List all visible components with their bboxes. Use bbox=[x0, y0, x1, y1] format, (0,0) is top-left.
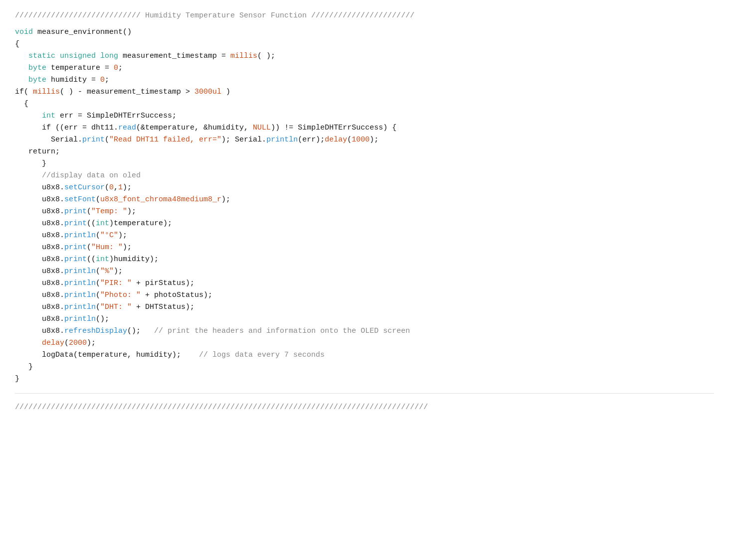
line-set-cursor: u8x8.setCursor(0,1); bbox=[15, 182, 714, 194]
line-println-photo: u8x8.println("Photo: " + photoStatus); bbox=[15, 289, 714, 301]
line-comment-display: //display data on oled bbox=[15, 170, 714, 182]
line-int-err: int err = SimpleDHTErrSuccess; bbox=[15, 110, 714, 122]
line-byte-temp: byte temperature = 0; bbox=[15, 62, 714, 74]
line-byte-hum: byte humidity = 0; bbox=[15, 74, 714, 86]
line-static: static unsigned long measurement_timesta… bbox=[15, 50, 714, 62]
line-println-empty: u8x8.println(); bbox=[15, 313, 714, 325]
line-print-temp-label: u8x8.print("Temp: "); bbox=[15, 206, 714, 218]
line-open-brace-2: { bbox=[15, 98, 714, 110]
code-block: void measure_environment() { static unsi… bbox=[15, 26, 714, 385]
line-serial-print: Serial.print("Read DHT11 failed, err=");… bbox=[15, 134, 714, 146]
comment-header: //////////////////////////// Humidity Te… bbox=[15, 10, 714, 21]
line-println-pir: u8x8.println("PIR: " + pirStatus); bbox=[15, 278, 714, 289]
line-open-brace-1: { bbox=[15, 38, 714, 50]
line-if-err: if ((err = dht11.read(&temperature, &hum… bbox=[15, 122, 714, 134]
line-refresh-display: u8x8.refreshDisplay(); // print the head… bbox=[15, 325, 714, 337]
line-close-brace-fn: } bbox=[15, 373, 714, 385]
line-close-brace-outer: } bbox=[15, 361, 714, 373]
code-container: //////////////////////////// Humidity Te… bbox=[0, 0, 729, 560]
line-delay-2000: delay(2000); bbox=[15, 337, 714, 349]
line-return: return; bbox=[15, 146, 714, 158]
line-set-font: u8x8.setFont(u8x8_font_chroma48medium8_r… bbox=[15, 194, 714, 206]
line-if: if( millis( ) - measurement_timestamp > … bbox=[15, 86, 714, 98]
line-print-hum-val: u8x8.print((int)humidity); bbox=[15, 254, 714, 266]
line-print-hum-label: u8x8.print("Hum: "); bbox=[15, 242, 714, 254]
line-print-temp-val: u8x8.print((int)temperature); bbox=[15, 218, 714, 230]
comment-footer: ////////////////////////////////////////… bbox=[15, 393, 714, 413]
line-fn-signature: void measure_environment() bbox=[15, 26, 714, 38]
line-println-pct: u8x8.println("%"); bbox=[15, 266, 714, 278]
line-println-dht: u8x8.println("DHT: " + DHTStatus); bbox=[15, 301, 714, 313]
line-close-brace-inner: } bbox=[15, 158, 714, 170]
line-println-degc: u8x8.println("°C"); bbox=[15, 230, 714, 242]
line-log-data: logData(temperature, humidity); // logs … bbox=[15, 349, 714, 361]
